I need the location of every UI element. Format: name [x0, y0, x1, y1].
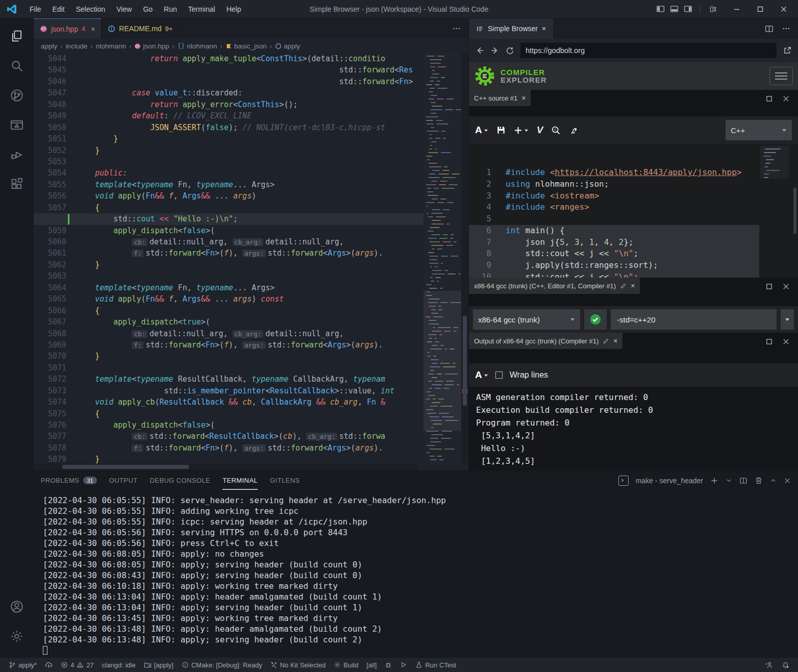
font-size-button[interactable]: A — [475, 369, 488, 381]
extensions-icon[interactable] — [5, 171, 29, 197]
editor-vertical-scrollbar[interactable] — [461, 53, 468, 463]
reload-icon[interactable] — [506, 46, 514, 55]
more-actions-icon[interactable] — [782, 24, 791, 33]
more-actions-icon[interactable] — [452, 24, 461, 33]
kit-item[interactable]: No Kit Selected — [267, 658, 330, 672]
kill-terminal-icon[interactable] — [755, 477, 763, 485]
split-terminal-icon[interactable] — [739, 477, 747, 485]
close-pane-icon[interactable] — [782, 283, 790, 290]
close-window-button[interactable] — [774, 2, 794, 17]
menu-terminal[interactable]: Terminal — [183, 3, 220, 15]
args-dropdown-icon[interactable] — [781, 309, 794, 330]
close-pane-icon[interactable] — [782, 95, 790, 103]
cmake-status-item[interactable]: CMake: [Debug]: Ready — [178, 658, 266, 672]
save-icon[interactable] — [496, 126, 506, 135]
notifications-bell-icon[interactable] — [778, 661, 793, 669]
quickbench-icon[interactable] — [569, 126, 578, 135]
menu-selection[interactable]: Selection — [71, 3, 111, 15]
split-editor-icon[interactable] — [765, 24, 774, 33]
source-control-icon[interactable] — [5, 83, 29, 108]
ctest-item[interactable]: Run CTest — [412, 658, 460, 672]
settings-gear-icon[interactable] — [5, 624, 29, 649]
toggle-sidebar-icon[interactable] — [656, 5, 665, 13]
cppinsights-icon[interactable]: C — [551, 126, 561, 135]
new-terminal-icon[interactable] — [710, 477, 718, 485]
editor-horizontal-scrollbar[interactable] — [34, 463, 417, 470]
maximize-pane-icon[interactable] — [765, 95, 773, 103]
run-debug-icon[interactable] — [5, 142, 29, 167]
breadcrumb-namespace[interactable]: {} nlohmann — [178, 42, 217, 50]
compiler-select[interactable]: x86-64 gcc (trunk) — [473, 309, 580, 330]
font-size-button[interactable]: A — [475, 125, 488, 136]
menu-go[interactable]: Go — [138, 3, 158, 15]
feedback-icon[interactable] — [761, 661, 776, 669]
build-item[interactable]: Build — [330, 658, 362, 672]
ce-source-editor[interactable]: 1#include <https://localhost:8443/apply/… — [469, 144, 798, 278]
forward-icon[interactable] — [490, 46, 500, 55]
code-editor[interactable]: 5044 return apply_make_tuple<ConstThis>(… — [34, 53, 468, 470]
add-pane-button[interactable] — [514, 126, 529, 135]
clangd-status-item[interactable]: clangd: idle — [98, 658, 139, 672]
tab-gitlens[interactable]: GITLENS — [270, 471, 300, 490]
vim-mode-icon[interactable]: V — [537, 125, 543, 136]
launch-target-item[interactable] — [396, 658, 411, 672]
menu-help[interactable]: Help — [221, 3, 246, 15]
tab-simple-browser[interactable]: Simple Browser × — [469, 18, 553, 39]
breadcrumb-apply-dir[interactable]: apply — [41, 42, 57, 50]
problems-item[interactable]: 4 27 — [57, 658, 97, 672]
menu-view[interactable]: View — [111, 3, 137, 15]
live-preview-icon[interactable] — [5, 112, 29, 138]
git-branch-item[interactable]: apply* — [5, 658, 40, 672]
wrap-lines-checkbox[interactable] — [495, 371, 503, 379]
maximize-panel-icon[interactable] — [770, 477, 777, 484]
breadcrumb-basic-json-class[interactable]: basic_json — [226, 42, 267, 50]
tab-output[interactable]: OUTPUT — [109, 471, 138, 490]
url-input[interactable]: https://godbolt.org — [520, 43, 777, 58]
language-select[interactable]: C++ — [726, 120, 792, 140]
source-pane-tab[interactable]: C++ source #1 × — [469, 90, 531, 106]
tab-terminal[interactable]: TERMINAL — [222, 471, 258, 490]
close-pane-icon[interactable] — [782, 338, 790, 345]
tab-problems[interactable]: PROBLEMS31 — [41, 471, 97, 490]
menu-file[interactable]: File — [24, 3, 46, 15]
menu-edit[interactable]: Edit — [47, 3, 70, 15]
debug-target-item[interactable] — [381, 658, 395, 672]
search-icon[interactable] — [5, 53, 29, 79]
breadcrumb-include[interactable]: include — [66, 42, 88, 50]
tab-debug-console[interactable]: DEBUG CONSOLE — [150, 471, 211, 490]
edit-title-icon[interactable] — [620, 283, 627, 289]
sync-changes-item[interactable] — [41, 658, 56, 672]
breadcrumb-json-hpp[interactable]: C+ json.hpp — [134, 42, 169, 50]
close-tab-icon[interactable]: × — [542, 24, 546, 33]
back-icon[interactable] — [475, 46, 484, 55]
terminal-dropdown-icon[interactable] — [726, 477, 732, 484]
close-icon[interactable]: × — [631, 282, 635, 290]
minimize-button[interactable] — [727, 2, 747, 17]
edit-title-icon[interactable] — [603, 338, 609, 344]
output-pane-tab[interactable]: Output of x86-64 gcc (trunk) (Compiler #… — [469, 333, 622, 349]
tab-json-hpp[interactable]: C+ json.hpp 4 × — [34, 18, 102, 39]
compiler-pane-tab[interactable]: x86-64 gcc (trunk) (C++, Editor #1, Comp… — [469, 278, 640, 294]
maximize-pane-icon[interactable] — [765, 283, 773, 290]
explorer-icon[interactable] — [5, 23, 29, 49]
tab-readme-md[interactable]: README.md 9+ — [102, 18, 179, 39]
close-panel-icon[interactable] — [784, 477, 791, 484]
menu-run[interactable]: Run — [159, 3, 182, 15]
open-external-icon[interactable] — [783, 46, 792, 55]
breadcrumb-nlohmann-dir[interactable]: nlohmann — [96, 42, 126, 50]
minimap[interactable] — [423, 53, 461, 463]
maximize-pane-icon[interactable] — [765, 338, 773, 345]
build-target-item[interactable]: [all] — [363, 658, 380, 672]
customize-layout-icon[interactable] — [703, 2, 724, 17]
compiler-args-input[interactable]: -std=c++20 — [611, 309, 777, 330]
maximize-button[interactable] — [750, 2, 770, 17]
account-icon[interactable] — [5, 594, 29, 619]
toggle-panel-icon[interactable] — [670, 5, 679, 13]
cmake-project-item[interactable]: [apply] — [140, 658, 177, 672]
terminal-content[interactable]: [2022-04-30 06:05:55] INFO: serve_header… — [34, 490, 798, 657]
close-icon[interactable]: × — [613, 337, 617, 345]
close-tab-icon[interactable]: × — [91, 25, 95, 33]
toggle-secondary-sidebar-icon[interactable] — [684, 5, 692, 13]
ce-scrollbar[interactable] — [792, 144, 798, 278]
close-icon[interactable]: × — [521, 94, 526, 102]
